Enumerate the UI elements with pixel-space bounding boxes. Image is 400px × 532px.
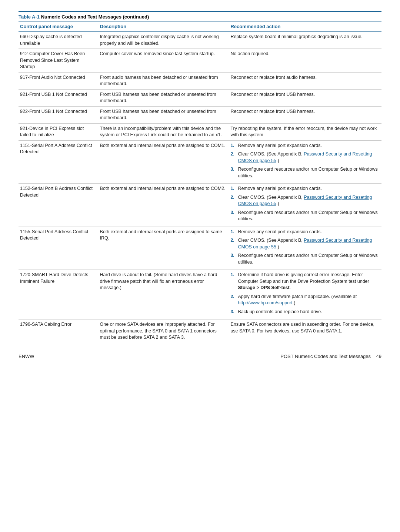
action-link[interactable]: Password Security and Resetting CMOS on … <box>238 238 372 250</box>
list-item: 1.Remove any serial port expansion cards… <box>230 185 379 192</box>
cell-action: Ensure SATA connectors are used in ascen… <box>229 319 381 343</box>
list-number: 1. <box>230 229 236 235</box>
table-row: 1796-SATA Cabling ErrorOne or more SATA … <box>19 319 381 343</box>
table-title: Table A-1 Numeric Codes and Text Message… <box>19 11 381 21</box>
cell-control: 1151-Serial Port A Address Conflict Dete… <box>19 140 99 184</box>
list-item: 3.Reconfigure card resources and/or run … <box>230 210 379 222</box>
table-row: 1720-SMART Hard Drive Detects Imminent F… <box>19 270 381 319</box>
table-row: 660-Display cache is detected unreliable… <box>19 32 381 49</box>
cell-action: Reconnect or replace front USB harness. <box>229 89 381 106</box>
list-text: Back up contents and replace hard drive. <box>238 309 322 315</box>
list-item: 2.Clear CMOS. (See Appendix B, Password … <box>230 194 379 207</box>
list-number: 1. <box>230 185 236 192</box>
action-link[interactable]: Password Security and Resetting CMOS on … <box>238 151 372 163</box>
cell-control: 917-Front Audio Not Connected <box>19 72 99 89</box>
cell-description: Front USB harness has been detached or u… <box>99 106 229 123</box>
cell-action: 1.Remove any serial port expansion cards… <box>229 140 381 184</box>
list-text: Clear CMOS. (See Appendix B, Password Se… <box>238 194 379 207</box>
action-link[interactable]: Password Security and Resetting CMOS on … <box>238 195 372 207</box>
table-row: 1151-Serial Port A Address Conflict Dete… <box>19 140 381 184</box>
list-number: 2. <box>230 237 236 250</box>
list-text: Remove any serial port expansion cards. <box>238 143 322 149</box>
list-number: 2. <box>230 151 236 164</box>
cell-control: 922-Front USB 1 Not Connected <box>19 106 99 123</box>
page-footer: ENWW POST Numeric Codes and Text Message… <box>19 354 381 359</box>
list-item: 3.Reconfigure card resources and/or run … <box>230 166 379 179</box>
list-text: Apply hard drive firmware patch if appli… <box>238 294 379 307</box>
table-row: 922-Front USB 1 Not ConnectedFront USB h… <box>19 106 381 123</box>
footer-right: POST Numeric Codes and Text Messages 49 <box>280 354 381 359</box>
list-item: 2.Clear CMOS. (See Appendix B, Password … <box>230 237 379 250</box>
table-row: 921-Device in PCI Express slot failed to… <box>19 123 381 140</box>
list-item: 2.Apply hard drive firmware patch if app… <box>230 294 379 307</box>
list-item: 3.Reconfigure card resources and/or run … <box>230 252 379 265</box>
list-text: Remove any serial port expansion cards. <box>238 185 322 192</box>
list-text: Clear CMOS. (See Appendix B, Password Se… <box>238 151 379 164</box>
cell-action: Reconnect or replace front audio harness… <box>229 72 381 89</box>
footer-left: ENWW <box>19 354 34 359</box>
cell-description: Both external and internal serial ports … <box>99 184 229 227</box>
list-text: Reconfigure card resources and/or run Co… <box>238 210 379 222</box>
cell-control: 1155-Serial Port Address Conflict Detect… <box>19 227 99 270</box>
table-row: 912-Computer Cover Has Been Removed Sinc… <box>19 49 381 73</box>
cell-action: 1.Determine if hard drive is giving corr… <box>229 270 381 319</box>
col-header-description: Description <box>99 21 229 32</box>
cell-control: 921-Front USB 1 Not Connected <box>19 89 99 106</box>
list-item: 1.Remove any serial port expansion cards… <box>230 143 379 149</box>
cell-description: Both external and internal serial ports … <box>99 227 229 270</box>
list-item: 1.Remove any serial port expansion cards… <box>230 229 379 235</box>
cell-action: 1.Remove any serial port expansion cards… <box>229 184 381 227</box>
list-number: 1. <box>230 272 236 291</box>
cell-action: Try rebooting the system. If the error r… <box>229 123 381 140</box>
table-row: 917-Front Audio Not ConnectedFront audio… <box>19 72 381 89</box>
list-text: Reconfigure card resources and/or run Co… <box>238 252 379 265</box>
cell-control: 1796-SATA Cabling Error <box>19 319 99 343</box>
list-number: 3. <box>230 166 236 179</box>
cell-action: Reconnect or replace front USB harness. <box>229 106 381 123</box>
cell-description: Both external and internal serial ports … <box>99 140 229 184</box>
cell-control: 1720-SMART Hard Drive Detects Imminent F… <box>19 270 99 319</box>
cell-action: No action required. <box>229 49 381 73</box>
list-text: Determine if hard drive is giving correc… <box>238 272 379 291</box>
list-number: 1. <box>230 143 236 149</box>
cell-action: 1.Remove any serial port expansion cards… <box>229 227 381 270</box>
list-item: 3.Back up contents and replace hard driv… <box>230 309 379 315</box>
list-number: 3. <box>230 210 236 222</box>
list-number: 3. <box>230 309 236 315</box>
cell-control: 921-Device in PCI Express slot failed to… <box>19 123 99 140</box>
list-number: 2. <box>230 294 236 307</box>
cell-control: 912-Computer Cover Has Been Removed Sinc… <box>19 49 99 73</box>
list-text: Clear CMOS. (See Appendix B, Password Se… <box>238 237 379 250</box>
table-row: 1152-Serial Port B Address Conflict Dete… <box>19 184 381 227</box>
list-item: 2.Clear CMOS. (See Appendix B, Password … <box>230 151 379 164</box>
list-number: 3. <box>230 252 236 265</box>
cell-description: Integrated graphics controller display c… <box>99 32 229 49</box>
list-text: Remove any serial port expansion cards. <box>238 229 322 235</box>
main-table: Control panel message Description Recomm… <box>19 21 381 343</box>
table-row: 1155-Serial Port Address Conflict Detect… <box>19 227 381 270</box>
list-text: Reconfigure card resources and/or run Co… <box>238 166 379 179</box>
cell-control: 660-Display cache is detected unreliable <box>19 32 99 49</box>
bold-text: Storage > DPS Self-test <box>238 285 289 290</box>
cell-control: 1152-Serial Port B Address Conflict Dete… <box>19 184 99 227</box>
cell-description: Hard drive is about to fail. (Some hard … <box>99 270 229 319</box>
cell-description: Front audio harness has been detached or… <box>99 72 229 89</box>
cell-description: Front USB harness has been detached or u… <box>99 89 229 106</box>
cell-description: One or more SATA devices are improperly … <box>99 319 229 343</box>
action-link[interactable]: http://www.hp.com/support <box>238 300 292 305</box>
list-item: 1.Determine if hard drive is giving corr… <box>230 272 379 291</box>
cell-action: Replace system board if minimal graphics… <box>229 32 381 49</box>
cell-description: Computer cover was removed since last sy… <box>99 49 229 73</box>
cell-description: There is an incompatibility/problem with… <box>99 123 229 140</box>
col-header-control: Control panel message <box>19 21 99 32</box>
table-row: 921-Front USB 1 Not ConnectedFront USB h… <box>19 89 381 106</box>
col-header-action: Recommended action <box>229 21 381 32</box>
list-number: 2. <box>230 194 236 207</box>
